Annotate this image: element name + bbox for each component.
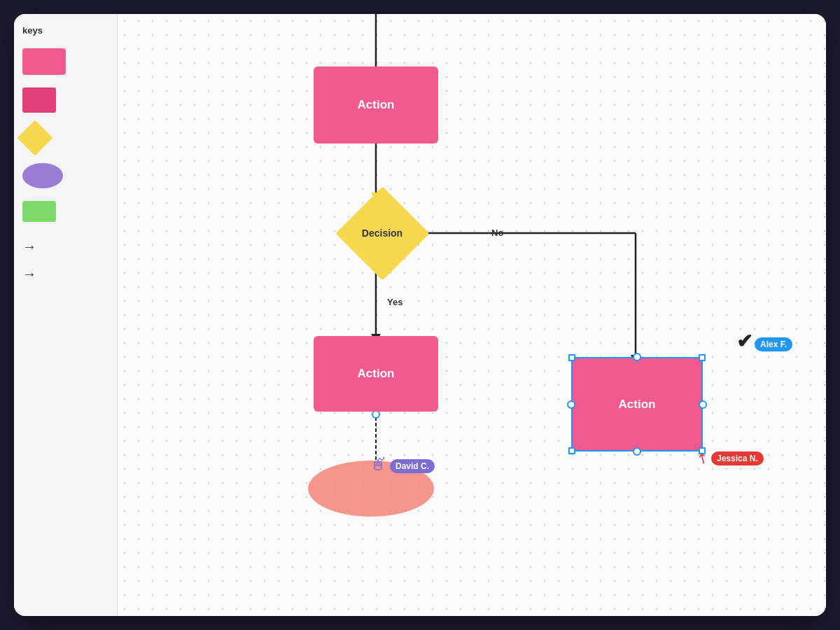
action-1-label: Action: [358, 98, 395, 112]
edge-label-yes: Yes: [387, 297, 402, 307]
app-window: keys → →: [14, 14, 826, 616]
sidebar-arrow-1[interactable]: →: [22, 239, 108, 255]
sidebar-shape-diamond[interactable]: [22, 125, 48, 150]
selection-handle-bl[interactable]: [568, 447, 575, 454]
selection-handle-tr[interactable]: [699, 354, 706, 361]
sidebar-shapes: [22, 48, 108, 222]
canvas[interactable]: Action Decision Action Action N: [118, 14, 826, 616]
svg-point-9: [372, 411, 379, 418]
connector-lines: [118, 14, 826, 616]
sidebar-shape-pink-rect[interactable]: [22, 48, 66, 75]
sidebar-shape-rect-green[interactable]: [22, 201, 56, 222]
action-node-1[interactable]: Action: [314, 66, 438, 144]
conn-dot-bottom[interactable]: [633, 447, 641, 456]
cursor-david-icon: 🖱: [370, 455, 388, 473]
decision-1-label: Decision: [362, 227, 402, 239]
shape-diamond-icon: [18, 120, 53, 156]
cursor-david-label: David C.: [390, 459, 435, 473]
cursor-jessica-icon: ↗: [694, 449, 712, 468]
sidebar-arrow-2[interactable]: →: [22, 266, 108, 282]
action-3-label: Action: [619, 398, 656, 412]
decision-node-1[interactable]: Decision: [344, 195, 421, 272]
edge-label-no: No: [491, 227, 503, 238]
shape-magenta-rect-icon: [22, 88, 56, 113]
sidebar-arrows: → →: [22, 239, 108, 282]
cursor-alex-checkmark: ✔: [736, 332, 752, 351]
sidebar: keys → →: [14, 14, 118, 616]
cursor-alex: ✔ Alex F.: [736, 332, 792, 351]
conn-dot-top[interactable]: [633, 353, 641, 361]
shape-rect-green-icon: [22, 201, 56, 222]
sidebar-shape-oval-purple[interactable]: [22, 163, 63, 188]
action-node-3[interactable]: Action: [571, 357, 703, 451]
cursor-jessica-label: Jessica N.: [711, 451, 764, 465]
shape-pink-rect-icon: [22, 48, 66, 75]
arrow-icon-2: →: [22, 266, 36, 282]
action-node-2[interactable]: Action: [314, 336, 438, 412]
cursor-david: 🖱 David C.: [370, 455, 435, 473]
arrow-icon-1: →: [22, 239, 36, 255]
shape-oval-purple-icon: [22, 163, 63, 188]
sidebar-title: keys: [22, 25, 108, 36]
cursor-jessica: ↗ Jessica N.: [697, 451, 764, 465]
action-2-label: Action: [358, 367, 395, 381]
selection-handle-tl[interactable]: [568, 354, 575, 361]
cursor-alex-label: Alex F.: [755, 337, 792, 351]
sidebar-shape-magenta-rect[interactable]: [22, 88, 56, 113]
conn-dot-right[interactable]: [699, 400, 707, 409]
conn-dot-left[interactable]: [567, 400, 575, 409]
